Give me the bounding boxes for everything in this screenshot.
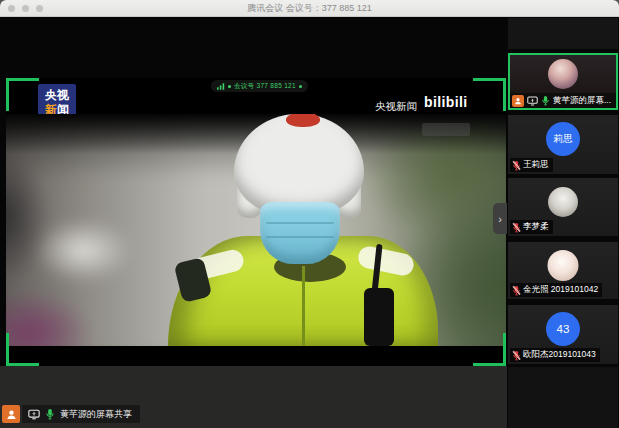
avatar: 莉思: [546, 122, 580, 156]
participant-name: 王莉思: [523, 159, 549, 171]
mic-off-icon: [512, 222, 521, 233]
window-title: 腾讯会议 会议号：377 885 121: [0, 0, 619, 16]
mini-meeting-id: 会议号 377 885 121: [234, 82, 296, 91]
participant-tile-partial[interactable]: [508, 18, 618, 49]
participant-name: 黄芊源的屏幕...: [553, 95, 611, 107]
jacket-zipper: [302, 266, 305, 346]
participant-info-row: 黄芊源的屏幕...: [510, 93, 616, 108]
sidebar-collapse-button[interactable]: ›: [493, 203, 507, 234]
chevron-right-icon: ›: [498, 213, 502, 225]
mic-off-icon: [512, 350, 521, 361]
cctv-logo-line1: 央视: [38, 88, 76, 103]
participant-name: 欧阳杰2019101043: [523, 349, 596, 361]
shared-screen: 央视 新闻 会议号 377 885 121 央视新闻 bilibili: [6, 78, 506, 366]
mic-off-icon: [512, 160, 521, 171]
record-dot-icon: [228, 85, 231, 88]
titlebar: 腾讯会议 会议号：377 885 121: [0, 0, 619, 17]
signal-icon: [217, 83, 225, 90]
mic-on-icon: [541, 95, 550, 106]
walkie-talkie: [364, 288, 394, 346]
avatar: [548, 59, 578, 89]
participant-tile[interactable]: 莉思 王莉思: [508, 115, 618, 174]
screen-share-icon: [28, 409, 40, 420]
mini-meeting-bar: 会议号 377 885 121: [211, 80, 308, 92]
news-video: [6, 114, 506, 346]
participant-tile[interactable]: 李梦柔: [508, 178, 618, 236]
participant-tile-sharing[interactable]: 黄芊源的屏幕...: [508, 53, 618, 110]
video-overlay-badge: [422, 123, 470, 136]
share-corner-top-left: [6, 78, 39, 111]
police-helmet: [234, 114, 364, 216]
participant-name: 金光照 2019101042: [523, 284, 598, 296]
participants-sidebar[interactable]: 黄芊源的屏幕... 莉思 王莉思 李梦柔 金光照 2019101042: [507, 17, 619, 428]
participant-label: 金光照 2019101042: [510, 283, 602, 297]
mask-fold: [266, 236, 334, 238]
participant-label: 王莉思: [510, 158, 553, 172]
avatar: [548, 187, 578, 217]
share-banner-label: 黄芊源的屏幕共享: [60, 408, 132, 421]
mic-off-icon: [512, 285, 521, 296]
helmet-red-stripe: [286, 114, 320, 127]
surgical-mask: [260, 202, 340, 264]
avatar: [550, 394, 576, 420]
share-corner-top-right: [473, 78, 506, 111]
participant-name: 李梦柔: [523, 221, 549, 233]
bilibili-logo: bilibili: [424, 94, 468, 110]
participant-label: 李梦柔: [510, 220, 553, 234]
meeting-window: 腾讯会议 会议号：377 885 121 央视 新闻 会议号 377 885 1…: [0, 0, 619, 428]
presenter-icon: [512, 95, 524, 107]
share-banner-pill: 黄芊源的屏幕共享: [22, 405, 140, 423]
screen-share-icon: [527, 96, 538, 106]
presenter-icon: [2, 405, 20, 423]
avatar: 43: [546, 312, 580, 346]
share-corner-bottom-left: [6, 333, 39, 366]
channel-name: 央视新闻: [375, 100, 417, 114]
mask-fold: [266, 222, 334, 224]
share-corner-bottom-right: [473, 333, 506, 366]
mic-on-icon: [45, 408, 55, 420]
avatar: [548, 250, 579, 281]
participant-tile[interactable]: 43 欧阳杰2019101043: [508, 305, 618, 364]
participant-label: 欧阳杰2019101043: [510, 348, 600, 362]
participant-tile-partial[interactable]: [508, 367, 618, 428]
participant-tile[interactable]: 金光照 2019101042: [508, 242, 618, 299]
screen-share-banner: 黄芊源的屏幕共享: [2, 405, 140, 423]
status-dot-icon: [299, 85, 302, 88]
